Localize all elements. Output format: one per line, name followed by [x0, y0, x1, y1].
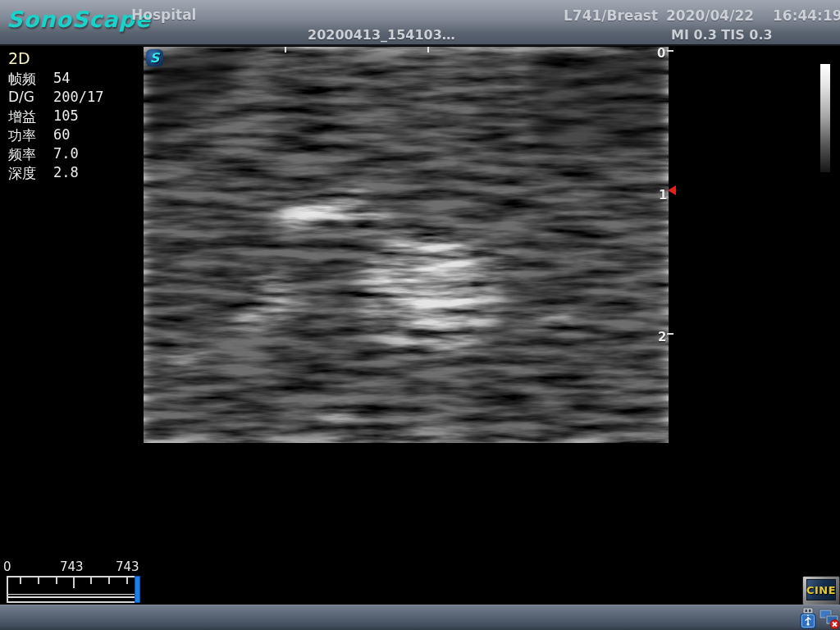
ultrasound-image[interactable]: S [144, 47, 669, 443]
depth-ruler-label-2: 2 [658, 330, 666, 345]
cine-end-frame: 743 [116, 559, 139, 574]
cine-progress-line [8, 596, 138, 598]
param-value: 2.8 [53, 164, 79, 180]
exam-file-name: 20200413_154103… [308, 27, 455, 43]
width-ruler-tick [285, 47, 286, 52]
network-disconnected-icon[interactable] [819, 607, 840, 629]
cine-button[interactable]: CINE [802, 576, 840, 605]
cine-tick-major [73, 578, 75, 588]
param-value: 200/17 [53, 89, 103, 105]
mi-tis-readout: MI 0.3 TIS 0.3 [671, 27, 773, 43]
cine-start-frame: 0 [3, 559, 11, 574]
param-row-framerate: 帧频 54 [8, 70, 139, 89]
ultrasound-speckle-render [144, 47, 669, 443]
probe-orientation-marker: S [146, 49, 163, 66]
param-row-dg: D/G 200/17 [8, 89, 139, 107]
param-row-power: 功率 60 [8, 126, 139, 145]
cine-button-label: CINE [806, 584, 836, 596]
param-label: 增益 [8, 107, 36, 126]
sonoscape-logo: SonoScape [7, 7, 151, 32]
cine-current-frame: 743 [60, 559, 84, 574]
cine-button-screen: CINE [806, 579, 836, 600]
param-label: 功率 [8, 126, 36, 145]
param-value: 7.0 [53, 145, 79, 162]
ultrasound-system-screen: SonoScape Hospital L741/Breast 2020/04/2… [0, 0, 840, 630]
cine-progress-line [8, 594, 138, 595]
cine-scrubber-track[interactable] [7, 576, 139, 603]
system-date: 2020/04/22 [666, 7, 754, 24]
header-bar: SonoScape Hospital L741/Breast 2020/04/2… [0, 0, 840, 46]
param-value: 54 [53, 70, 70, 86]
param-value: 60 [53, 126, 70, 143]
mode-2d-label: 2D [8, 49, 30, 67]
cine-tick [56, 578, 57, 584]
depth-ruler-label-0: 0 [657, 46, 665, 61]
depth-ruler-tick [667, 333, 673, 335]
usb-storage-icon[interactable] [797, 607, 819, 629]
param-label: D/G [8, 89, 34, 105]
focus-marker-icon[interactable] [668, 185, 676, 195]
param-label: 帧频 [8, 70, 36, 89]
hospital-name: Hospital [131, 7, 196, 23]
cine-position-cursor[interactable] [135, 576, 140, 603]
cine-tick [38, 578, 39, 584]
depth-ruler-label-1: 1 [659, 188, 667, 203]
probe-preset: L741/Breast [564, 7, 658, 24]
grayscale-map-bar [820, 64, 830, 172]
param-label: 频率 [8, 145, 36, 164]
param-row-depth: 深度 2.8 [8, 164, 139, 183]
param-row-frequency: 频率 7.0 [8, 145, 139, 164]
cine-tick [126, 578, 128, 584]
cine-tick [108, 578, 110, 584]
param-row-gain: 增益 105 [8, 107, 139, 126]
param-value: 105 [53, 107, 79, 124]
depth-ruler-tick [667, 50, 673, 52]
system-time: 16:44:19 [773, 7, 840, 24]
cine-tick [20, 578, 21, 584]
taskbar [0, 605, 840, 630]
param-label: 深度 [8, 164, 36, 183]
cine-tick [90, 578, 92, 584]
width-ruler-tick [427, 47, 429, 52]
